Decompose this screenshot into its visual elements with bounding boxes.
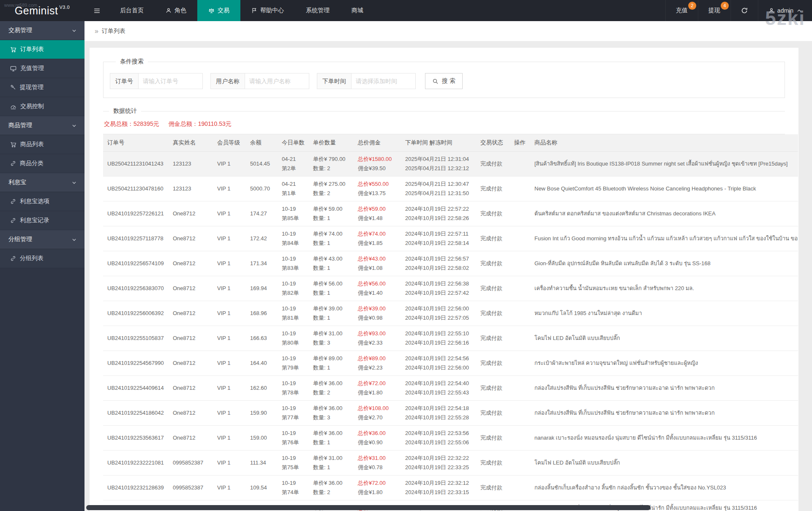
gauge-icon [10,103,16,110]
order-time-input[interactable] [352,73,416,89]
cell-real-name: 123123 [169,177,213,201]
nav-item-mall[interactable]: 商城 [341,0,374,21]
withdraw-button[interactable]: 提现 4 [698,0,730,21]
cell-price-qty: 单价¥ 36.00数量: 3 [309,401,354,426]
nav-item-roles[interactable]: 角色 [155,0,197,21]
sidebar-item-interest-options[interactable]: 利息宝选项 [0,192,84,211]
withdraw-label: 提现 [708,7,720,14]
cell-vip-level: VIP 1 [213,351,246,376]
refresh-button[interactable] [730,0,758,21]
cell-total-commission: 总价¥72.00佣金¥1.80 [354,476,401,500]
link-icon [10,256,16,261]
cell-balance: 111.34 [246,451,278,476]
cell-balance: 169.94 [246,276,278,301]
nav-item-system-manage[interactable]: 系统管理 [295,0,341,21]
nav-item-help-center[interactable]: 帮助中心 [240,0,295,21]
sidebar-toggle-button[interactable] [84,0,109,21]
cell-times: 2024年10月19日 22:56:382024年10月19日 22:57:42 [401,276,476,301]
sidebar-item-label: 利息宝记录 [20,217,49,224]
sidebar-item-product-category[interactable]: 商品分类 [0,154,84,173]
sidebar-item-label: 订单列表 [20,46,44,53]
cell-order-no: UB2504211231041243 [103,152,169,177]
trade-total-label: 交易总额： [104,120,134,127]
cell-vip-level: VIP 1 [213,276,246,301]
order-time-field-group: 下单时间 [317,73,416,89]
table-column-header: 商品名称 [530,134,798,152]
cell-status: 完成付款 [476,476,510,500]
sidebar-item-label: 提现管理 [20,84,44,91]
sidebar-group-group-manage[interactable]: 分组管理 [0,230,84,249]
breadcrumb: » 订单列表 [84,21,812,41]
cell-real-name: One8712 [169,376,213,401]
sidebar-group-product-manage[interactable]: 商品管理 [0,116,84,135]
cell-balance: 5014.45 [246,152,278,177]
cell-price-qty: 单价¥ 36.00数量: 1 [309,426,354,451]
sidebar-item-order-list[interactable]: 订单列表 [0,40,84,59]
sidebar-item-withdraw-manage[interactable]: 提现管理 [0,78,84,97]
cell-operation [510,401,530,426]
link-icon [10,198,16,204]
sidebar-item-product-list[interactable]: 商品列表 [0,135,84,154]
cell-times: 2024年10月19日 22:32:122024年10月19日 22:33:15 [401,476,476,500]
commission-total-label: 佣金总额： [169,120,198,127]
cell-today-orders: 10-19第82单 [278,276,309,301]
cell-total-commission: 总价¥56.00佣金¥1.40 [354,276,401,301]
nav-item-trade[interactable]: 交易 [197,0,240,21]
cell-vip-level: VIP 1 [213,376,246,401]
sidebar-item-trade-control[interactable]: 交易控制 [0,97,84,116]
cell-vip-level: VIP 1 [213,177,246,201]
cell-status: 完成付款 [476,326,510,351]
brand-version: V3.0 [60,5,70,10]
sidebar-group-trade-manage[interactable]: 交易管理 [0,21,84,40]
cell-price-qty: 单价¥ 31.00数量: 1 [309,451,354,476]
sidebar-group-interest-treasure[interactable]: 利息宝 [0,173,84,192]
cell-vip-level: VIP 1 [213,226,246,251]
scales-icon [208,8,215,14]
cell-order-no: UB2410192232128639 [103,476,169,500]
cell-today-orders: 10-19第76单 [278,426,309,451]
nav-item-label: 交易 [218,7,229,14]
horizontal-scrollbar[interactable] [86,505,651,510]
cell-real-name: 0995852387 [169,451,213,476]
nav-item-home[interactable]: 后台首页 [109,0,155,21]
sidebar-item-recharge-manage[interactable]: 充值管理 [0,59,84,78]
table-column-header: 真实姓名 [169,134,213,152]
cell-today-orders: 04-21第2单 [278,152,309,177]
order-no-field-group: 订单号 [110,73,203,89]
cell-order-no: UB2410192256383070 [103,276,169,301]
cell-product-name: New Bose QuietComfort 45 Bluetooth Wirel… [530,177,798,201]
breadcrumb-separator-icon: » [95,27,98,35]
recharge-button[interactable]: 充值 2 [665,0,698,21]
sidebar-item-group-list[interactable]: 分组列表 [0,249,84,268]
cell-order-no: UB2410192256006392 [103,301,169,326]
cell-real-name: One8712 [169,201,213,226]
watermark-url: www.re589.com [4,3,37,8]
cell-today-orders: 10-19第84单 [278,226,309,251]
cell-price-qty: 单价¥ 36.00数量: 2 [309,376,354,401]
cell-balance: 109.54 [246,476,278,500]
table-row: UB2410192256006392One8712VIP 1168.9610-1… [103,301,798,326]
cell-real-name: One8712 [169,326,213,351]
user-name-input[interactable] [245,73,309,89]
cell-total-commission: 总价¥550.00佣金¥13.75 [354,177,401,201]
order-no-input[interactable] [139,73,203,89]
cell-real-name: 123123 [169,152,213,177]
user-name-field-group: 用户名称 [210,73,309,89]
cell-status: 完成付款 [476,201,510,226]
table-column-header: 余额 [246,134,278,152]
watermark-5zki: 5zki [765,8,805,28]
cell-order-no: UB2410192257118778 [103,226,169,251]
sidebar-item-label: 商品分类 [20,160,44,167]
sidebar: 交易管理订单列表充值管理提现管理交易控制商品管理商品列表商品分类利息宝利息宝选项… [0,21,84,511]
stats-legend: 数据统计 [109,107,141,115]
sidebar-item-interest-records[interactable]: 利息宝记录 [0,211,84,230]
sidebar-group-label: 商品管理 [8,122,32,129]
order-no-field-label: 订单号 [110,73,139,89]
cell-today-orders: 10-19第85单 [278,201,309,226]
cell-today-orders: 10-19第75单 [278,451,309,476]
order-time-field-label: 下单时间 [317,73,352,89]
cell-operation [510,177,530,201]
cell-balance: 166.63 [246,326,278,351]
search-button[interactable]: 搜 索 [425,73,463,89]
cell-times: 2024年10月19日 22:57:222024年10月19日 22:58:26 [401,201,476,226]
